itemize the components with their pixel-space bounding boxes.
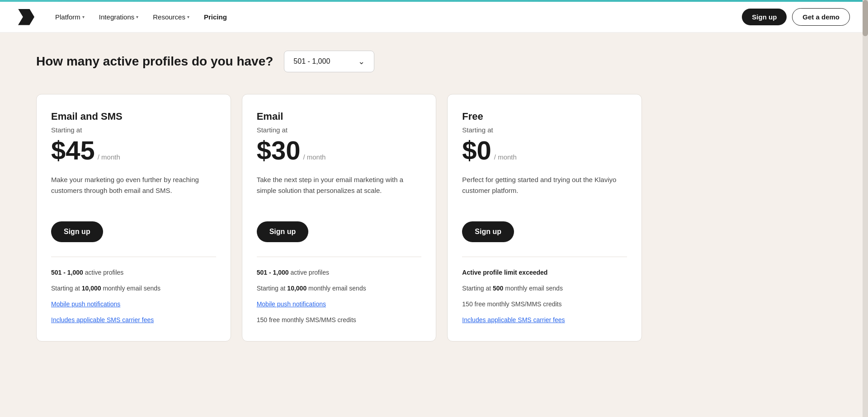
features-list-email-sms: 501 - 1,000 active profiles Starting at … xyxy=(51,268,216,325)
features-list-email: 501 - 1,000 active profiles Starting at … xyxy=(257,268,422,325)
card-description-email-sms: Make your marketing go even further by r… xyxy=(51,174,216,207)
chevron-down-icon: ▾ xyxy=(187,14,189,19)
logo[interactable] xyxy=(18,9,34,25)
price-period-email-sms: / month xyxy=(98,153,120,161)
feature-profiles-email-sms: 501 - 1,000 active profiles xyxy=(51,268,216,277)
card-title-email-sms: Email and SMS xyxy=(51,111,216,122)
card-description-free: Perfect for getting started and trying o… xyxy=(462,174,627,207)
nav-item-resources-label: Resources xyxy=(153,13,185,21)
navbar-left: Platform ▾ Integrations ▾ Resources ▾ Pr… xyxy=(18,9,233,25)
nav-items: Platform ▾ Integrations ▾ Resources ▾ Pr… xyxy=(49,9,233,24)
nav-item-integrations-label: Integrations xyxy=(99,13,134,21)
feature-sms-fees-email-sms[interactable]: Includes applicable SMS carrier fees xyxy=(51,315,216,325)
dropdown-chevron-icon: ⌄ xyxy=(358,56,365,66)
pricing-grid: Email and SMS Starting at $45 / month Ma… xyxy=(36,94,642,342)
feature-sms-credits-email: 150 free monthly SMS/MMS credits xyxy=(257,315,422,325)
price-amount-email-sms: $45 xyxy=(51,137,95,164)
feature-profiles-email: 501 - 1,000 active profiles xyxy=(257,268,422,277)
nav-item-resources[interactable]: Resources ▾ xyxy=(146,9,196,24)
pricing-card-email-sms: Email and SMS Starting at $45 / month Ma… xyxy=(36,94,231,342)
pricing-card-email: Email Starting at $30 / month Take the n… xyxy=(242,94,437,342)
navbar-right: Sign up Get a demo xyxy=(742,8,850,26)
card-divider-email xyxy=(257,257,422,257)
signup-button-email-sms[interactable]: Sign up xyxy=(51,221,103,242)
card-divider-free xyxy=(462,257,627,257)
price-row-email: $30 / month xyxy=(257,137,422,164)
nav-item-platform-label: Platform xyxy=(55,13,80,21)
nav-item-pricing[interactable]: Pricing xyxy=(198,9,233,24)
feature-sends-free: Starting at 500 monthly email sends xyxy=(462,284,627,293)
feature-push-email[interactable]: Mobile push notifications xyxy=(257,300,422,309)
card-title-free: Free xyxy=(462,111,627,122)
dropdown-value: 501 - 1,000 xyxy=(293,57,330,66)
price-period-free: / month xyxy=(494,153,517,161)
starting-at-free: Starting at xyxy=(462,126,627,134)
feature-push-email-sms[interactable]: Mobile push notifications xyxy=(51,300,216,309)
question-text: How many active profiles do you have? xyxy=(36,54,273,69)
scrollbar[interactable] xyxy=(863,0,868,417)
price-row-free: $0 / month xyxy=(462,137,627,164)
nav-signup-button[interactable]: Sign up xyxy=(742,9,787,25)
pricing-card-free: Free Starting at $0 / month Perfect for … xyxy=(447,94,642,342)
features-list-free: Active profile limit exceeded Starting a… xyxy=(462,268,627,325)
card-description-email: Take the next step in your email marketi… xyxy=(257,174,422,207)
starting-at-email-sms: Starting at xyxy=(51,126,216,134)
price-amount-free: $0 xyxy=(462,137,491,164)
price-amount-email: $30 xyxy=(257,137,301,164)
nav-item-platform[interactable]: Platform ▾ xyxy=(49,9,91,24)
chevron-down-icon: ▾ xyxy=(136,14,138,19)
navbar: Platform ▾ Integrations ▾ Resources ▾ Pr… xyxy=(0,2,868,33)
nav-item-integrations[interactable]: Integrations ▾ xyxy=(93,9,145,24)
price-period-email: / month xyxy=(303,153,326,161)
feature-profile-limit-free: Active profile limit exceeded xyxy=(462,268,627,277)
feature-sms-credits-free: 150 free monthly SMS/MMS credits xyxy=(462,300,627,309)
feature-sms-fees-free[interactable]: Includes applicable SMS carrier fees xyxy=(462,315,627,325)
main-content: How many active profiles do you have? 50… xyxy=(0,33,678,369)
nav-item-pricing-label: Pricing xyxy=(204,13,227,21)
price-row-email-sms: $45 / month xyxy=(51,137,216,164)
profile-question-row: How many active profiles do you have? 50… xyxy=(36,51,642,72)
chevron-down-icon: ▾ xyxy=(82,14,85,19)
card-divider-email-sms xyxy=(51,257,216,257)
feature-sends-email-sms: Starting at 10,000 monthly email sends xyxy=(51,284,216,293)
scrollbar-thumb[interactable] xyxy=(863,0,868,36)
profile-dropdown[interactable]: 501 - 1,000 ⌄ xyxy=(284,51,374,72)
nav-demo-button[interactable]: Get a demo xyxy=(792,8,850,26)
signup-button-free[interactable]: Sign up xyxy=(462,221,514,242)
signup-button-email[interactable]: Sign up xyxy=(257,221,309,242)
feature-sends-email: Starting at 10,000 monthly email sends xyxy=(257,284,422,293)
starting-at-email: Starting at xyxy=(257,126,422,134)
card-title-email: Email xyxy=(257,111,422,122)
